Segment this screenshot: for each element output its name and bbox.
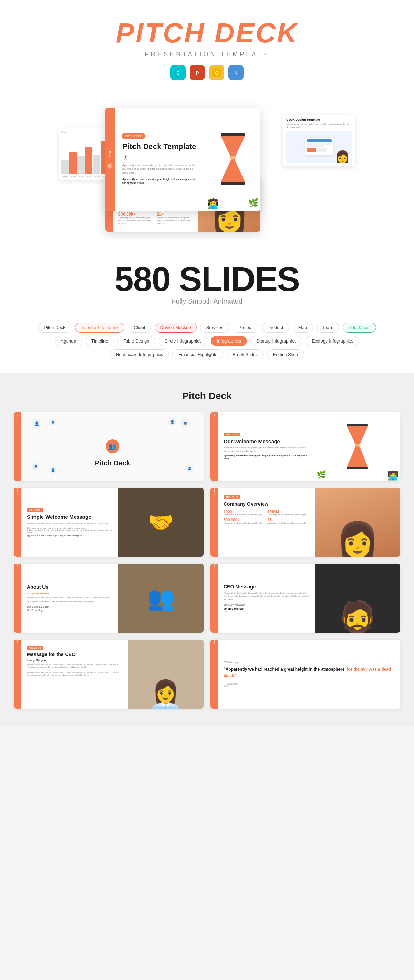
slides-count-number: 580 SLIDES [7, 259, 407, 299]
slides-preview-section: Chart [0, 94, 414, 239]
network-icon-7: 👤 [49, 466, 57, 474]
slide-thumb-message-ceo: LOGO ABOUT US Message for the CEO Jenny … [14, 640, 204, 708]
slides-grid-row3: LOGO About Us Company Profile Apparently… [14, 564, 400, 633]
tag-pitch-deck[interactable]: Pitch Deck [38, 323, 71, 332]
svg-text:K: K [234, 70, 238, 76]
simple-welcome-orange-bar: LOGO [14, 488, 21, 557]
tag-table-design[interactable]: Table Design [117, 336, 155, 346]
ceo-quote-role: CEO [224, 685, 395, 687]
tag-services[interactable]: Services [200, 323, 229, 332]
svg-marker-15 [347, 426, 368, 445]
main-preview-card: LOGO ▶ PITCH DECK Pitch Deck Template 🖱️… [105, 108, 261, 211]
slide-thumb-simple-welcome: LOGO WELCOME Simple Welcome Message Appa… [14, 488, 204, 557]
network-icon-3: 👤 [181, 419, 190, 428]
network-icon-4: 👤 [168, 418, 176, 426]
stat-800k: 800.000+ Apparently we had reached a gre… [224, 518, 265, 524]
msg-ceo-orange-bar: LOGO [14, 640, 21, 708]
slides-grid-row2: LOGO WELCOME Simple Welcome Message Appa… [14, 488, 400, 557]
tag-ending-slide[interactable]: Ending Slide [267, 350, 304, 360]
svg-rect-12 [221, 182, 245, 185]
tag-client[interactable]: Client [127, 323, 151, 332]
tag-map[interactable]: Map [293, 323, 313, 332]
header-section: PITCH DECK PRESENTATION TEMPLATE C P G K [0, 0, 414, 94]
svg-marker-10 [221, 159, 245, 182]
msg-ceo-name: Jenny Morgen [27, 659, 122, 662]
ceo-quote-text: "Apparently we had reached a great heigh… [224, 666, 395, 679]
slides-count-description: Fully Smooth Animated [7, 298, 407, 305]
ceo-quote-orange-bar: LOGO [210, 640, 218, 708]
tag-data-chart[interactable]: Data Chart [342, 323, 376, 332]
stat-254m: $254M Apparently we had reached a great … [268, 509, 309, 516]
ceo-message-orange-bar: LOGO [210, 564, 218, 633]
pitch-deck-section-title: Pitch Deck [14, 390, 400, 401]
msg-ceo-title: Message for the CEO [27, 652, 122, 657]
svg-marker-9 [221, 136, 245, 158]
svg-rect-18 [347, 467, 368, 469]
tag-timeline[interactable]: Timeline [86, 336, 114, 346]
welcome-title: Our Welcome Message [224, 438, 309, 444]
network-icon-1: 👤 [32, 419, 41, 428]
svg-text:P: P [196, 70, 199, 76]
tag-ecology-infographics[interactable]: Ecology Infographics [306, 336, 359, 346]
slide-thumb-about-us: LOGO About Us Company Profile Apparently… [14, 564, 204, 633]
svg-text:C: C [176, 70, 180, 76]
network-icon-6: 👤 [186, 465, 193, 472]
tag-product[interactable]: Product [262, 323, 289, 332]
slide-thumb-pitch-deck: LOGO 👤 👤 👤 👤 👤 👤 👤 👥 Pitch Deck [14, 412, 204, 481]
ceo-quote-author: — Eva Martin [224, 682, 395, 685]
slide-thumb-welcome: LOGO WELCOME Our Welcome Message Apparen… [210, 412, 400, 481]
tags-section: Pitch Deck Investor Pitch deck Client De… [0, 312, 414, 373]
tag-break-slides[interactable]: Break Slides [227, 350, 264, 360]
svg-point-17 [354, 444, 360, 447]
simple-welcome-title: Simple Welcome Message [27, 514, 113, 520]
svg-point-11 [229, 156, 236, 159]
slide-1-title: Pitch Deck [95, 459, 130, 467]
tag-infographics[interactable]: Infographics [211, 336, 247, 346]
slide-thumb-company-overview: LOGO ABOUT US Company Overview 1000+ App… [210, 488, 400, 557]
svg-marker-16 [347, 446, 368, 467]
tag-device-mockup[interactable]: Device Mockup [154, 323, 197, 332]
company-overview-orange-bar: LOGO [210, 488, 218, 557]
canva-icon[interactable]: C [170, 65, 186, 80]
msg-ceo-badge: ABOUT US [27, 646, 43, 649]
network-icon-2: 👤 [49, 419, 57, 426]
network-center-icon: 👥 [105, 439, 119, 453]
right-preview-card: UI/UX Design Template Apparently we had … [283, 115, 355, 166]
pitch-deck-section: Pitch Deck LOGO 👤 👤 👤 👤 👤 👤 👤 👥 [0, 373, 414, 726]
platform-icons: C P G K [7, 65, 407, 80]
right-card-title: UI/UX Design Template [287, 118, 352, 121]
google-slides-icon[interactable]: G [209, 65, 224, 80]
ceo-name: Jeremy Michael [224, 607, 309, 610]
network-icon-5: 👤 [32, 463, 39, 471]
main-title: PITCH DECK [7, 17, 407, 49]
tag-investor-pitch-deck[interactable]: Investor Pitch deck [75, 323, 124, 332]
tag-healthcare-infographics[interactable]: Healthcare Infographics [110, 350, 169, 360]
svg-text:G: G [215, 70, 218, 76]
about-us-orange-bar: LOGO [14, 564, 21, 633]
svg-rect-14 [347, 424, 368, 426]
subtitle: PRESENTATION TEMPLATE [7, 51, 407, 58]
main-slide-title: Pitch Deck Template [123, 142, 198, 151]
svg-rect-8 [221, 134, 245, 136]
company-stats: 1000+ Apparently we had reached a great … [224, 509, 309, 524]
keynote-icon[interactable]: K [228, 65, 244, 80]
tag-financial-highlights[interactable]: Financial Highlights [172, 350, 223, 360]
tag-team[interactable]: Team [316, 323, 339, 332]
slide-thumb-ceo-quote: LOGO CEO Message "Apparently we had reac… [210, 640, 400, 708]
powerpoint-icon[interactable]: P [190, 65, 205, 80]
stat-21: 21+ Apparently we had reached a great he… [268, 518, 309, 524]
company-overview-title: Company Overview [224, 501, 309, 507]
slide-orange-bar: LOGO [14, 412, 21, 481]
tag-circle-infographics[interactable]: Circle Infographics [159, 336, 208, 346]
about-us-title: About Us [27, 584, 113, 590]
ceo-role: CEO [224, 610, 309, 612]
tag-project[interactable]: Project [232, 323, 258, 332]
preview-wrapper: Chart [52, 97, 362, 228]
simple-welcome-badge: WELCOME [27, 508, 43, 512]
tag-startup-infographics[interactable]: Startup Infographics [250, 336, 302, 346]
slides-grid-row4: LOGO ABOUT US Message for the CEO Jenny … [14, 640, 400, 708]
stat-1000: 1000+ Apparently we had reached a great … [224, 509, 265, 516]
hourglass-illustration [212, 132, 253, 187]
slides-grid-row1: LOGO 👤 👤 👤 👤 👤 👤 👤 👥 Pitch Deck [14, 412, 400, 481]
tag-agenda[interactable]: Agenda [55, 336, 82, 346]
